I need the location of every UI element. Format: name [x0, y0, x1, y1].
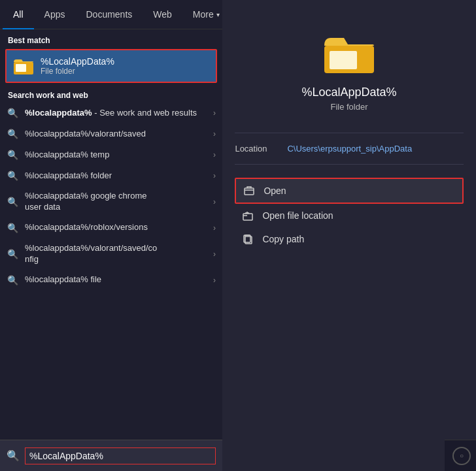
search-icon: 🔍	[7, 107, 18, 119]
best-match-label: Best match	[0, 29, 222, 49]
list-item[interactable]: 🔍 %localappdata%/roblox/versions ›	[0, 218, 222, 238]
chevron-right-icon: ›	[213, 223, 216, 233]
search-work-web-label: Search work and web	[0, 83, 222, 103]
copy-icon	[241, 233, 254, 246]
search-icon: 🔍	[7, 149, 18, 161]
search-icon: 🔍	[7, 449, 20, 462]
tab-all[interactable]: All	[3, 0, 34, 29]
file-preview: %LocalAppData% File folder	[222, 0, 476, 125]
search-icon: 🔍	[7, 222, 18, 234]
copy-path-action[interactable]: Copy path	[235, 227, 463, 251]
search-icon: 🔍	[7, 248, 18, 260]
list-item[interactable]: 🔍 %localappdata% - See work and web resu…	[0, 103, 222, 123]
left-panel: All Apps Documents Web More ▾ Best match	[0, 0, 222, 471]
copy-path-label: Copy path	[262, 234, 304, 244]
file-title: %LocalAppData%	[301, 86, 396, 99]
chevron-right-icon: ›	[213, 129, 216, 138]
chevron-right-icon: ›	[213, 197, 216, 206]
nav-tabs: All Apps Documents Web More ▾	[0, 0, 222, 29]
location-value[interactable]: C\Users\erpsupport_sip\AppData	[287, 144, 412, 154]
chevron-right-icon: ›	[213, 150, 216, 159]
search-bar: 🔍	[0, 440, 222, 471]
open-action[interactable]: Open	[235, 178, 463, 204]
list-item[interactable]: 🔍 %localappdata% google chromeuser data …	[0, 186, 222, 218]
chevron-right-icon: ›	[213, 250, 216, 259]
svg-rect-5	[245, 188, 254, 195]
search-icon: 🔍	[7, 274, 18, 286]
divider	[235, 133, 463, 133]
tab-apps[interactable]: Apps	[34, 0, 76, 29]
list-item[interactable]: 🔍 %localappdata% folder ›	[0, 165, 222, 186]
open-file-location-icon	[241, 209, 254, 222]
search-icon: 🔍	[7, 170, 18, 182]
folder-icon	[13, 56, 34, 76]
list-item[interactable]: 🔍 %localappdata%/valorant/saved/config ›	[0, 238, 222, 270]
actions-area: Open Open file location C	[235, 178, 463, 251]
open-label: Open	[264, 186, 286, 196]
cortana-button[interactable]: ○	[450, 444, 473, 468]
best-match-text: %LocalAppData% File folder	[41, 56, 114, 76]
open-file-location-action[interactable]: Open file location	[235, 204, 463, 227]
divider2	[235, 164, 463, 165]
location-label: Location	[235, 144, 280, 154]
chevron-right-icon: ›	[213, 171, 216, 180]
file-type: File folder	[330, 102, 367, 112]
cortana-icon: ○	[452, 447, 471, 465]
best-match-item[interactable]: %LocalAppData% File folder	[5, 49, 217, 83]
chevron-right-icon: ›	[213, 276, 216, 285]
list-item[interactable]: 🔍 %localappdata%/valorant/saved ›	[0, 123, 222, 144]
open-icon	[243, 184, 256, 197]
search-input[interactable]	[25, 447, 216, 464]
open-file-location-label: Open file location	[262, 210, 333, 221]
location-row: Location C\Users\erpsupport_sip\AppData	[235, 141, 463, 156]
chevron-down-icon: ▾	[216, 11, 220, 18]
tab-web[interactable]: Web	[143, 0, 182, 29]
svg-rect-2	[16, 64, 26, 72]
search-icon: 🔍	[7, 128, 18, 140]
svg-rect-6	[243, 214, 252, 220]
svg-rect-4	[330, 51, 357, 69]
chevron-right-icon: ›	[213, 108, 216, 118]
tab-documents[interactable]: Documents	[75, 0, 143, 29]
list-item[interactable]: 🔍 %localappdata% temp ›	[0, 144, 222, 165]
right-panel: %LocalAppData% File folder Location C\Us…	[222, 0, 476, 471]
taskbar: ○ O	[445, 440, 476, 471]
search-icon: 🔍	[7, 196, 18, 208]
folder-large-icon	[323, 33, 375, 75]
list-item[interactable]: 🔍 %localappdata% file ›	[0, 270, 222, 291]
